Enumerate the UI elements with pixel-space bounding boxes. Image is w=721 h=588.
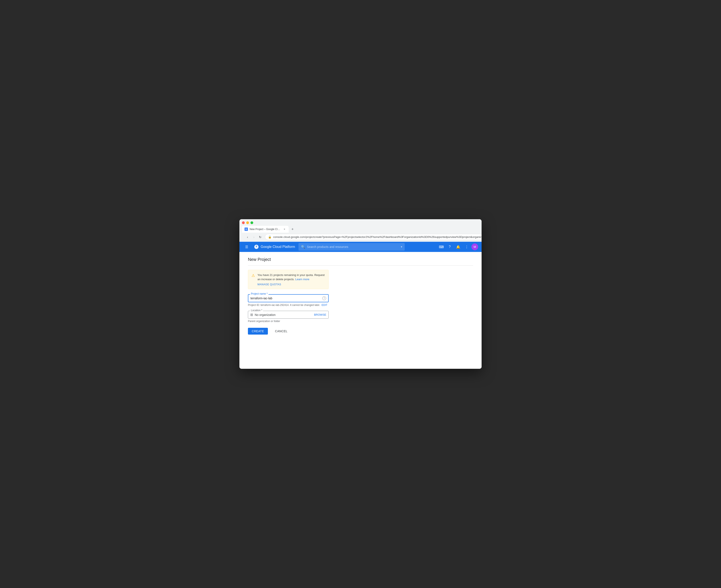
cancel-button[interactable]: CANCEL xyxy=(271,328,292,335)
project-name-field-group: Project name * ? Project ID: terraform-i… xyxy=(248,294,328,307)
close-button[interactable] xyxy=(242,222,245,224)
organization-icon: ⊞ xyxy=(250,313,253,317)
lock-icon: 🔒 xyxy=(268,235,272,238)
edit-project-id-link[interactable]: EDIT xyxy=(322,303,327,307)
manage-quotas-link[interactable]: MANAGE QUOTAS xyxy=(257,283,325,286)
forward-button[interactable]: › xyxy=(251,234,257,240)
more-icon: ⋮ xyxy=(465,245,468,249)
user-avatar[interactable]: M xyxy=(471,244,478,250)
create-button[interactable]: CREATE xyxy=(248,328,268,335)
main-content: New Project ⚠ You have 21 projects remai… xyxy=(239,252,482,369)
terminal-button[interactable]: ⌨ xyxy=(438,243,445,251)
warning-content: You have 21 projects remaining in your q… xyxy=(257,273,325,286)
project-name-input[interactable] xyxy=(251,297,321,300)
location-label: Location * xyxy=(250,309,263,312)
hamburger-icon: ☰ xyxy=(245,245,248,249)
warning-message: You have 21 projects remaining in your q… xyxy=(257,273,324,281)
bell-icon: 🔔 xyxy=(456,245,460,249)
help-tooltip-icon[interactable]: ? xyxy=(322,296,326,300)
action-buttons: CREATE CANCEL xyxy=(248,328,328,335)
tab-favicon: G xyxy=(245,228,248,231)
tab-title: New Project – Google Cloud P... xyxy=(250,228,281,231)
gcp-header: ☰ Google Cloud Platform 🔍 Search product… xyxy=(239,242,482,252)
more-options-button[interactable]: ⋮ xyxy=(463,243,470,251)
window-controls xyxy=(242,222,479,224)
location-value: No organization xyxy=(255,313,312,316)
learn-more-link[interactable]: Learn more xyxy=(295,278,309,281)
location-hint: Parent organization or folder xyxy=(248,320,328,323)
project-name-label: Project name * xyxy=(250,293,269,295)
search-placeholder: Search products and resources xyxy=(307,245,399,249)
project-form: Project name * ? Project ID: terraform-i… xyxy=(248,294,328,335)
tab-bar: G New Project – Google Cloud P... × + xyxy=(242,226,479,233)
project-name-input-wrapper[interactable]: ? xyxy=(248,294,328,302)
gcp-logo[interactable]: Google Cloud Platform xyxy=(254,244,295,249)
gcp-logo-text: Google Cloud Platform xyxy=(261,245,295,249)
gcp-logo-icon xyxy=(254,244,259,249)
search-dropdown-icon: ▾ xyxy=(401,245,402,248)
notifications-button[interactable]: 🔔 xyxy=(454,243,462,251)
search-bar[interactable]: 🔍 Search products and resources ▾ xyxy=(298,243,405,251)
browser-window: G New Project – Google Cloud P... × + ‹ … xyxy=(239,219,482,369)
page-title: New Project xyxy=(248,257,473,266)
nav-buttons: ‹ › ↻ xyxy=(245,234,263,240)
new-tab-button[interactable]: + xyxy=(290,226,296,232)
maximize-button[interactable] xyxy=(251,222,253,224)
location-field-group: Location * ⊞ No organization BROWSE Pare… xyxy=(248,311,328,323)
project-id-text: Project ID: terraform-iac-lab-292414. It… xyxy=(248,303,328,307)
warning-icon: ⚠ xyxy=(252,273,255,278)
hamburger-menu-button[interactable]: ☰ xyxy=(243,243,251,251)
address-bar: ‹ › ↻ 🔒 console.cloud.google.com/project… xyxy=(242,233,479,242)
url-text: console.cloud.google.com/projectcreate?p… xyxy=(273,235,482,238)
reload-button[interactable]: ↻ xyxy=(257,234,263,240)
minimize-button[interactable] xyxy=(246,222,249,224)
location-input-wrapper: ⊞ No organization BROWSE xyxy=(248,311,328,319)
back-button[interactable]: ‹ xyxy=(245,234,251,240)
active-tab[interactable]: G New Project – Google Cloud P... × xyxy=(242,226,289,233)
search-icon: 🔍 xyxy=(301,245,305,249)
header-actions: ⌨ ? 🔔 ⋮ M xyxy=(438,243,478,251)
browse-link[interactable]: BROWSE xyxy=(314,313,326,316)
help-icon: ? xyxy=(449,245,451,249)
help-button[interactable]: ? xyxy=(446,243,453,251)
browser-chrome: G New Project – Google Cloud P... × + ‹ … xyxy=(239,219,482,242)
tab-close-button[interactable]: × xyxy=(283,228,286,231)
avatar-letter: M xyxy=(473,245,476,249)
terminal-icon: ⌨ xyxy=(439,245,444,249)
quota-warning-box: ⚠ You have 21 projects remaining in your… xyxy=(248,270,328,289)
url-bar[interactable]: 🔒 console.cloud.google.com/projectcreate… xyxy=(265,234,482,240)
